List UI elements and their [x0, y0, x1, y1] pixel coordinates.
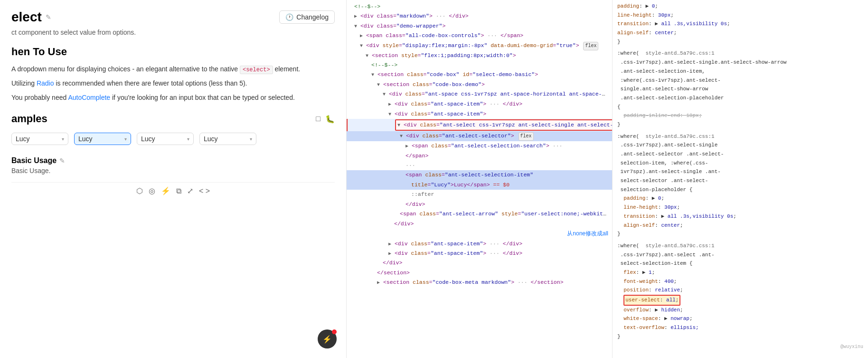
- select-lucy-3[interactable]: Lucy ▾: [137, 133, 194, 145]
- css-line: transition: ▶ all .3s,visibility 0s;: [616, 19, 864, 29]
- css-styles-panel: padding: ▶ 0; line-height: 30px; transit…: [613, 0, 868, 358]
- css-selector: selection-placeholder {: [616, 185, 864, 194]
- clock-icon: 🕐: [285, 13, 293, 21]
- examples-header: amples □ 🐛: [11, 113, 335, 125]
- selected-dom-line[interactable]: ▼ <div class="ant-select-selector"> flex: [347, 131, 612, 141]
- autocomplete-link[interactable]: AutoComplete: [68, 94, 110, 101]
- css-line: font-weight: 400;: [616, 277, 864, 286]
- css-selector: single.ant-select-show-arrow: [616, 85, 864, 94]
- desc-line-3: You probably need AutoComplete if you're…: [11, 92, 335, 104]
- css-selector: selection-item, :where(.css-: [616, 159, 864, 168]
- examples-title: amples: [11, 113, 47, 125]
- css-selector: :where( style-antd…5a79c.css:1: [616, 49, 864, 58]
- dom-line[interactable]: ▶ <div class="ant-space-item"> ··· </div…: [347, 99, 612, 109]
- select-code: <select>: [240, 66, 273, 74]
- select-lucy-1[interactable]: Lucy ▾: [11, 133, 68, 145]
- basic-usage-header: Basic Usage ✎: [11, 156, 335, 165]
- dom-line[interactable]: ▼ <div class="demo-wrapper">: [347, 21, 612, 31]
- page-title-row: elect ✎: [11, 10, 51, 25]
- bug-icon[interactable]: 🐛: [325, 115, 335, 124]
- css-line: line-height: 30px;: [616, 11, 864, 20]
- float-button[interactable]: ⚡: [318, 329, 337, 348]
- page-description: ct component to select value from option…: [11, 29, 335, 36]
- desc-line-2: Utilizing Radio is recommended when ther…: [11, 78, 335, 89]
- dom-line: </div>: [347, 200, 612, 209]
- dom-line: </span>: [347, 151, 612, 161]
- css-highlighted-line: user-select: all;: [616, 295, 864, 306]
- select-lucy-2[interactable]: Lucy ▾: [74, 133, 131, 145]
- css-line: }: [616, 38, 864, 47]
- css-line: padding-inline-end: 18px;: [616, 111, 864, 120]
- code-icon[interactable]: < >: [199, 187, 210, 195]
- desc1-text: A dropdown menu for displaying choices -…: [11, 65, 238, 73]
- desc2-mid: is recommended when there are fewer tota…: [56, 79, 247, 87]
- dom-line[interactable]: ▼ <div class="ant-space css-1vr7spz ant-…: [347, 89, 612, 99]
- css-selector: .ant-select-selection-placeholder: [616, 94, 864, 103]
- edit-title-icon[interactable]: ✎: [46, 13, 51, 21]
- dom-line: </div>: [347, 258, 612, 268]
- css-line: position: relative;: [616, 286, 864, 295]
- when-to-use-title: hen To Use: [11, 46, 335, 58]
- float-icon: ⚡: [322, 335, 332, 344]
- dom-line[interactable]: ▶ <div class="ant-space-item"> ··· </div…: [347, 239, 612, 249]
- copy-icon[interactable]: ⧉: [176, 187, 181, 195]
- dom-line: </div>: [347, 219, 612, 229]
- dom-line[interactable]: ▼ <div style="display:flex;margin:-8px" …: [347, 41, 612, 51]
- dom-line[interactable]: ▶ <div class="ant-space-item"> ··· </div…: [347, 249, 612, 258]
- dom-line[interactable]: ▼ <section style="flex:1;padding:8px;wid…: [347, 51, 612, 60]
- radio-link[interactable]: Radio: [37, 79, 54, 87]
- desc2-pre: Utilizing: [11, 79, 35, 87]
- desc1-end: element.: [274, 65, 300, 73]
- basic-usage-section: Basic Usage ✎ Basic Usage.: [11, 156, 335, 174]
- dom-line: ::after: [347, 190, 612, 199]
- cube-icon[interactable]: ⬡: [136, 186, 143, 195]
- css-selector: 1vr7spz).ant-select-single .ant-: [616, 167, 864, 176]
- dom-line: </section>: [347, 268, 612, 278]
- highlighted-dom-line[interactable]: ▼ <div class="ant-select css-1vr7spz ant…: [347, 119, 612, 131]
- dom-line[interactable]: ▼ <section class="code-box" id="select-d…: [347, 70, 612, 79]
- css-line: white-space: ▶ nowrap;: [616, 314, 864, 323]
- dom-line[interactable]: ▼ <section class="code-box-demo">: [347, 80, 612, 89]
- css-selector: :where(.css-1vr7spz).ant-select-: [616, 76, 864, 85]
- desc-line-1: A dropdown menu for displaying choices -…: [11, 64, 335, 75]
- dom-line[interactable]: ▶ <div class="markdown"> ··· </div>: [347, 11, 612, 21]
- desc3-pre: You probably need: [11, 94, 66, 101]
- css-selector: :where( style-antd…5a79c.css:1: [616, 132, 864, 141]
- dom-line: ···: [347, 161, 612, 170]
- select-value-1: Lucy: [16, 135, 30, 143]
- expand-icon[interactable]: □: [316, 115, 321, 124]
- compass-icon[interactable]: ◎: [149, 186, 155, 195]
- css-line: }: [616, 230, 864, 239]
- dom-line[interactable]: <span class="ant-select-arrow" style="us…: [347, 209, 612, 219]
- css-line: }: [616, 332, 864, 341]
- changelog-button[interactable]: 🕐 Changelog: [279, 10, 335, 24]
- css-line: line-height: 30px;: [616, 203, 864, 212]
- css-selector: .ant-select-selection-item,: [616, 67, 864, 76]
- select-lucy-4[interactable]: Lucy ▾: [199, 133, 256, 145]
- css-selector: .ant-select-selector .ant-select-: [616, 150, 864, 159]
- dom-selected-span[interactable]: <span class="ant-select-selection-item": [347, 170, 612, 180]
- chinese-annotation-line: 从none修改成all: [347, 229, 612, 239]
- lightning-icon[interactable]: ⚡: [161, 186, 170, 195]
- desc3-mid: if you're looking for an input box that …: [112, 94, 295, 101]
- dom-line[interactable]: ▶ <span class="ant-select-selection-sear…: [347, 141, 612, 151]
- notification-badge: [332, 329, 337, 334]
- expand-icon2[interactable]: ⤢: [187, 186, 193, 195]
- dom-line: <!--$-->: [347, 60, 612, 70]
- select-value-3: Lucy: [141, 135, 155, 143]
- css-selector: .css-1vr7spz).ant-select .ant-: [616, 251, 864, 260]
- edit-basic-usage-icon[interactable]: ✎: [59, 157, 65, 164]
- dom-selected-span-title[interactable]: title="Lucy">Lucy</span> == $0: [347, 180, 612, 190]
- css-line: align-self: center;: [616, 29, 864, 38]
- dom-line[interactable]: ▶ <span class="all-code-box-controls"> ·…: [347, 31, 612, 40]
- css-selector: .css-1vr7spz).ant-select-single: [616, 141, 864, 150]
- basic-usage-desc: Basic Usage.: [11, 167, 335, 174]
- select-arrow-1: ▾: [62, 136, 64, 142]
- css-line: overflow: ▶ hidden;: [616, 306, 864, 315]
- css-line: text-overflow: ellipsis;: [616, 323, 864, 332]
- dom-line[interactable]: ▶ <section class="code-box-meta markdown…: [347, 278, 612, 287]
- page-header: elect ✎ 🕐 Changelog: [11, 10, 335, 25]
- dom-line[interactable]: ▼ <div class="ant-space-item">: [347, 109, 612, 119]
- dom-tree-panel: <!--$--> ▶ <div class="markdown"> ··· </…: [347, 0, 613, 358]
- select-arrow-4: ▾: [250, 136, 252, 142]
